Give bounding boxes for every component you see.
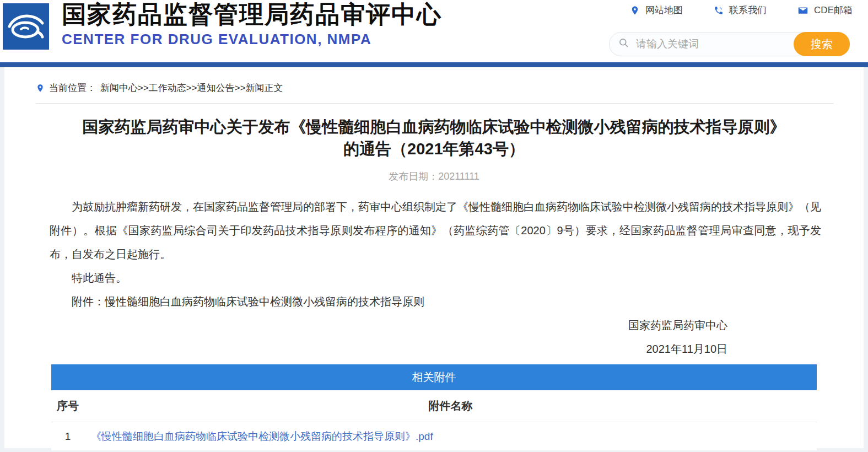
attachments-header: 相关附件 bbox=[51, 364, 817, 390]
breadcrumb-pin-icon bbox=[36, 83, 45, 93]
article-title: 国家药监局药审中心关于发布《慢性髓细胞白血病药物临床试验中检测微小残留病的技术指… bbox=[40, 116, 828, 160]
quick-link-label: 联系我们 bbox=[729, 4, 767, 17]
attachment-row: 1 《慢性髓细胞白血病药物临床试验中检测微小残留病的技术指导原则》.pdf bbox=[51, 422, 817, 450]
quick-link-sitemap[interactable]: 网站地图 bbox=[630, 4, 683, 17]
article-title-line2: 的通告（2021年第43号） bbox=[40, 138, 828, 160]
col-index-header: 序号 bbox=[51, 399, 84, 413]
content-divider bbox=[36, 103, 834, 104]
search-icon bbox=[618, 37, 629, 51]
paragraph: 为鼓励抗肿瘤新药研发，在国家药品监督管理局的部署下，药审中心组织制定了《慢性髓细… bbox=[50, 195, 821, 266]
search-button[interactable]: 搜索 bbox=[794, 32, 850, 56]
breadcrumb-label: 当前位置： bbox=[49, 82, 96, 94]
signature-org: 国家药监局药审中心 bbox=[4, 314, 727, 337]
content-card: 当前位置： 新闻中心>>工作动态>>通知公告>>新闻正文 国家药监局药审中心关于… bbox=[4, 67, 864, 448]
location-pin-icon bbox=[630, 6, 640, 15]
mail-icon bbox=[797, 6, 808, 15]
breadcrumb: 当前位置： 新闻中心>>工作动态>>通知公告>>新闻正文 bbox=[36, 67, 864, 94]
article-body: 为鼓励抗肿瘤新药研发，在国家药品监督管理局的部署下，药审中心组织制定了《慢性髓细… bbox=[50, 195, 821, 314]
site-titles: 国家药品监督管理局药品审评中心 CENTER FOR DRUG EVALUATI… bbox=[62, 0, 442, 47]
quick-link-label: CDE邮箱 bbox=[814, 4, 853, 17]
cde-logo[interactable] bbox=[3, 3, 49, 50]
attachment-index: 1 bbox=[51, 431, 84, 443]
quick-link-mail[interactable]: CDE邮箱 bbox=[797, 4, 853, 17]
paragraph: 特此通告。 bbox=[50, 266, 821, 290]
top-divider-bar bbox=[0, 62, 868, 67]
phone-icon bbox=[714, 6, 724, 15]
search-input[interactable] bbox=[635, 37, 794, 51]
article-title-line1: 国家药监局药审中心关于发布《慢性髓细胞白血病药物临床试验中检测微小残留病的技术指… bbox=[40, 116, 828, 138]
publish-date-label: 发布日期： bbox=[389, 171, 438, 182]
signature-block: 国家药监局药审中心 2021年11月10日 bbox=[4, 314, 864, 361]
col-name-header: 附件名称 bbox=[84, 399, 817, 413]
site-header: 国家药品监督管理局药品审评中心 CENTER FOR DRUG EVALUATI… bbox=[0, 0, 868, 62]
publish-date: 发布日期：20211111 bbox=[4, 170, 864, 183]
paragraph: 附件：慢性髓细胞白血病药物临床试验中检测微小残留病的技术指导原则 bbox=[50, 290, 821, 314]
header-quick-links: 网站地图 联系我们 CDE邮箱 bbox=[630, 4, 853, 17]
search-bar: 搜索 bbox=[609, 32, 850, 56]
quick-link-contact[interactable]: 联系我们 bbox=[714, 4, 767, 17]
attachment-link[interactable]: 《慢性髓细胞白血病药物临床试验中检测微小残留病的技术指导原则》.pdf bbox=[91, 431, 433, 442]
publish-date-value: 20211111 bbox=[438, 171, 479, 182]
signature-date: 2021年11月10日 bbox=[4, 337, 727, 361]
site-title-cn: 国家药品监督管理局药品审评中心 bbox=[62, 0, 442, 29]
site-title-en: CENTER FOR DRUG EVALUATION, NMPA bbox=[62, 31, 442, 47]
attachments-table: 相关附件 序号 附件名称 1 《慢性髓细胞白血病药物临床试验中检测微小残留病的技… bbox=[51, 364, 817, 450]
breadcrumb-path[interactable]: 新闻中心>>工作动态>>通知公告>>新闻正文 bbox=[100, 82, 283, 94]
attachments-columns-row: 序号 附件名称 bbox=[51, 390, 817, 422]
quick-link-label: 网站地图 bbox=[645, 4, 683, 17]
logo-swirl-icon bbox=[3, 3, 49, 50]
